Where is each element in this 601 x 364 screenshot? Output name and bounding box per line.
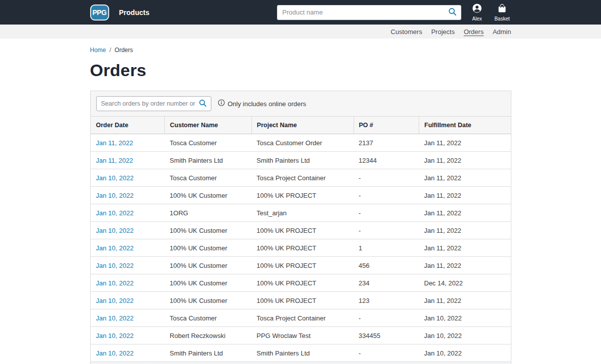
order-date-link[interactable]: Jan 10, 2022 — [96, 349, 134, 357]
orders-search-input[interactable] — [96, 96, 211, 111]
po-number-cell: - — [354, 309, 419, 327]
po-number-cell: - — [354, 222, 419, 239]
order-date-cell: Jan 10, 2022 — [91, 274, 165, 292]
po-number-cell: 334455 — [354, 327, 419, 344]
online-orders-note-text: Only includes online orders — [228, 100, 307, 108]
order-date-link[interactable]: Jan 10, 2022 — [96, 244, 134, 252]
po-number-cell: - — [354, 187, 419, 204]
search-icon — [199, 99, 207, 109]
project-name-cell: 100% UK PROJECT — [251, 292, 354, 309]
order-date-cell: Jan 10, 2022 — [91, 327, 165, 344]
table-row: Jan 10, 2022100% UK Customer100% UK PROJ… — [91, 292, 511, 309]
order-date-link[interactable]: Jan 10, 2022 — [96, 192, 134, 199]
customer-name-cell: 100% UK Customer — [165, 239, 251, 257]
customer-name-cell: 100% UK Customer — [165, 187, 251, 204]
po-number-cell: 2137 — [354, 134, 419, 152]
customer-name-cell: 100% UK Customer — [165, 274, 251, 292]
order-date-link[interactable]: Jan 10, 2022 — [96, 262, 134, 269]
order-date-link[interactable]: Jan 10, 2022 — [96, 227, 134, 234]
project-name-cell: 100% UK PROJECT — [251, 239, 354, 257]
project-name-cell: Tosca Project Container — [251, 169, 354, 187]
column-header: PO # — [354, 117, 419, 134]
main-content: Home / Orders Orders — [90, 47, 511, 364]
project-name-cell: Important initiative — [251, 362, 354, 364]
order-date-cell: Jan 11, 2022 — [91, 134, 165, 152]
product-search-button[interactable] — [447, 7, 458, 18]
orders-search-button[interactable] — [197, 98, 208, 109]
basket-button[interactable]: Basket — [493, 4, 511, 22]
user-account-button[interactable]: Alex — [468, 4, 486, 22]
order-date-link[interactable]: Jan 10, 2022 — [96, 332, 134, 339]
order-date-cell: Jan 10, 2022 — [91, 204, 165, 222]
fulfillment-date-cell: Jan 10, 2022 — [419, 362, 511, 364]
po-number-cell: - — [354, 204, 419, 222]
customer-name-cell: Smith Painters Ltd — [165, 344, 251, 362]
project-name-cell: Test_arjan — [251, 204, 354, 222]
table-row: Jan 10, 2022Robert ReczkowskiPPG Wroclaw… — [91, 327, 511, 344]
order-date-cell: Jan 10, 2022 — [91, 169, 165, 187]
order-date-link[interactable]: Jan 10, 2022 — [96, 297, 134, 304]
ppg-logo[interactable]: PPG — [90, 5, 109, 21]
product-search-input[interactable] — [277, 5, 461, 20]
breadcrumb: Home / Orders — [90, 47, 511, 54]
column-header: Order Date — [91, 117, 165, 134]
breadcrumb-home-link[interactable]: Home — [90, 47, 106, 54]
po-number-cell: #Free_Britney — [354, 362, 419, 364]
po-number-cell: 1 — [354, 239, 419, 257]
table-row: Jan 10, 2022100% UK Customer100% UK PROJ… — [91, 257, 511, 274]
info-icon — [218, 99, 225, 108]
po-number-cell: - — [354, 169, 419, 187]
table-row: Jan 10, 2022WarehouseImportant initiativ… — [91, 362, 511, 364]
search-icon — [448, 8, 457, 18]
order-date-link[interactable]: Jan 10, 2022 — [96, 279, 134, 287]
table-row: Jan 10, 2022Tosca CustomerTosca Project … — [91, 169, 511, 187]
customer-name-cell: 100% UK Customer — [165, 222, 251, 239]
table-row: Jan 11, 2022Tosca CustomerTosca Customer… — [91, 134, 511, 152]
nav-link-admin[interactable]: Admin — [493, 28, 511, 36]
table-row: Jan 11, 2022Smith Painters LtdSmith Pain… — [91, 152, 511, 169]
order-date-cell: Jan 11, 2022 — [91, 152, 165, 169]
orders-card: Only includes online orders Order DateCu… — [90, 91, 511, 364]
breadcrumb-current: Orders — [115, 47, 133, 54]
nav-link-orders[interactable]: Orders — [464, 28, 484, 36]
order-date-link[interactable]: Jan 11, 2022 — [96, 157, 133, 164]
orders-table: Order DateCustomer NameProject NamePO #F… — [91, 116, 511, 364]
nav-link-projects[interactable]: Projects — [431, 28, 455, 36]
customer-name-cell: Tosca Customer — [165, 309, 251, 327]
order-date-link[interactable]: Jan 11, 2022 — [96, 139, 133, 147]
fulfillment-date-cell: Jan 11, 2022 — [419, 187, 511, 204]
order-date-link[interactable]: Jan 10, 2022 — [96, 174, 134, 182]
products-nav-label[interactable]: Products — [119, 9, 150, 17]
top-nav: CustomersProjectsOrdersAdmin — [90, 28, 511, 36]
fulfillment-date-cell: Jan 10, 2022 — [419, 344, 511, 362]
customer-name-cell: 100% UK Customer — [165, 292, 251, 309]
ppg-logo-text: PPG — [92, 9, 106, 17]
project-name-cell: 100% UK PROJECT — [251, 274, 354, 292]
orders-table-header: Order DateCustomer NameProject NamePO #F… — [91, 117, 511, 134]
order-date-cell: Jan 10, 2022 — [91, 257, 165, 274]
user-icon — [472, 4, 482, 15]
nav-link-customers[interactable]: Customers — [391, 28, 422, 36]
basket-label: Basket — [494, 16, 510, 22]
order-date-link[interactable]: Jan 10, 2022 — [96, 209, 134, 217]
customer-name-cell: 1ORG — [165, 204, 251, 222]
table-row: Jan 10, 2022100% UK Customer100% UK PROJ… — [91, 239, 511, 257]
fulfillment-date-cell: Jan 11, 2022 — [419, 257, 511, 274]
column-header: Fulfillment Date — [419, 117, 511, 134]
table-row: Jan 10, 2022Smith Painters LtdSmith Pain… — [91, 344, 511, 362]
order-date-cell: Jan 10, 2022 — [91, 222, 165, 239]
fulfillment-date-cell: Jan 11, 2022 — [419, 239, 511, 257]
project-name-cell: Smith Painters Ltd — [251, 344, 354, 362]
column-header: Project Name — [251, 117, 354, 134]
customer-name-cell: 100% UK Customer — [165, 257, 251, 274]
breadcrumb-separator: / — [110, 47, 111, 54]
customer-name-cell: Smith Painters Ltd — [165, 152, 251, 169]
project-name-cell: 100% UK PROJECT — [251, 187, 354, 204]
po-number-cell: 123 — [354, 292, 419, 309]
table-row: Jan 10, 2022Tosca CustomerTosca Project … — [91, 309, 511, 327]
order-date-link[interactable]: Jan 10, 2022 — [96, 314, 134, 322]
table-row: Jan 10, 2022100% UK Customer100% UK PROJ… — [91, 274, 511, 292]
customer-name-cell: Robert Reczkowski — [165, 327, 251, 344]
app-header: PPG Products — [0, 0, 601, 25]
page-title: Orders — [90, 61, 511, 80]
